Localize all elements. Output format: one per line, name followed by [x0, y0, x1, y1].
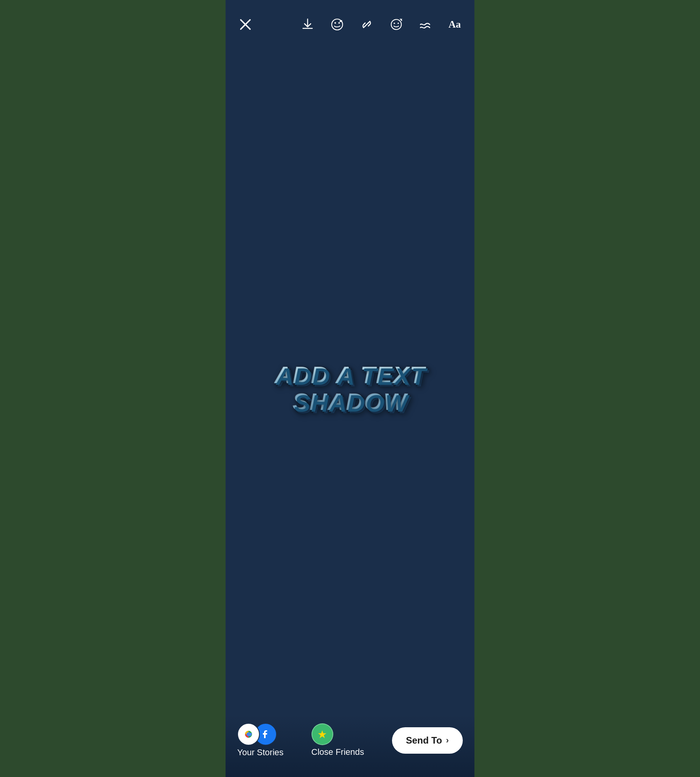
svg-point-3	[334, 22, 336, 24]
sticker-icon	[330, 17, 344, 31]
send-to-arrow-icon: ›	[446, 735, 449, 746]
close-friends-label: Close Friends	[312, 747, 364, 757]
face-effects-icon	[389, 17, 403, 31]
toolbar-right: Aa	[299, 16, 463, 33]
story-text[interactable]: ADD A TEXT SHADOW	[237, 362, 463, 415]
your-stories-avatars	[237, 723, 277, 746]
send-to-label: Send To	[406, 735, 442, 746]
toolbar-left	[237, 16, 254, 33]
bottom-bar: Your Stories ★ Close Friends Send To ›	[226, 715, 474, 777]
toolbar: Aa	[226, 0, 474, 41]
download-button[interactable]	[299, 16, 317, 33]
svg-point-4	[338, 22, 340, 24]
close-friends-section[interactable]: ★ Close Friends	[312, 723, 364, 757]
your-stories-label: Your Stories	[237, 747, 284, 758]
text-button[interactable]: Aa	[446, 17, 463, 32]
scribble-button[interactable]	[417, 16, 435, 33]
sticker-button[interactable]	[328, 16, 346, 33]
svg-point-7	[394, 23, 395, 24]
svg-point-8	[397, 23, 399, 24]
face-effects-button[interactable]	[387, 16, 405, 33]
close-friends-avatar: ★	[312, 723, 333, 745]
facebook-icon	[258, 727, 273, 742]
close-icon	[239, 18, 252, 31]
google-icon	[241, 727, 256, 742]
download-icon	[301, 17, 315, 31]
phone-screen: Aa ADD A TEXT SHADOW	[226, 0, 474, 777]
text-icon: Aa	[448, 19, 461, 30]
google-avatar	[237, 723, 260, 746]
link-button[interactable]	[358, 16, 376, 33]
svg-point-6	[391, 19, 401, 30]
your-stories-section[interactable]: Your Stories	[237, 723, 284, 758]
send-to-button[interactable]: Send To ›	[392, 727, 463, 754]
close-button[interactable]	[237, 16, 254, 33]
story-canvas[interactable]: ADD A TEXT SHADOW	[226, 0, 474, 777]
scribble-icon	[419, 17, 433, 31]
link-icon	[360, 17, 374, 31]
star-icon: ★	[317, 728, 327, 741]
